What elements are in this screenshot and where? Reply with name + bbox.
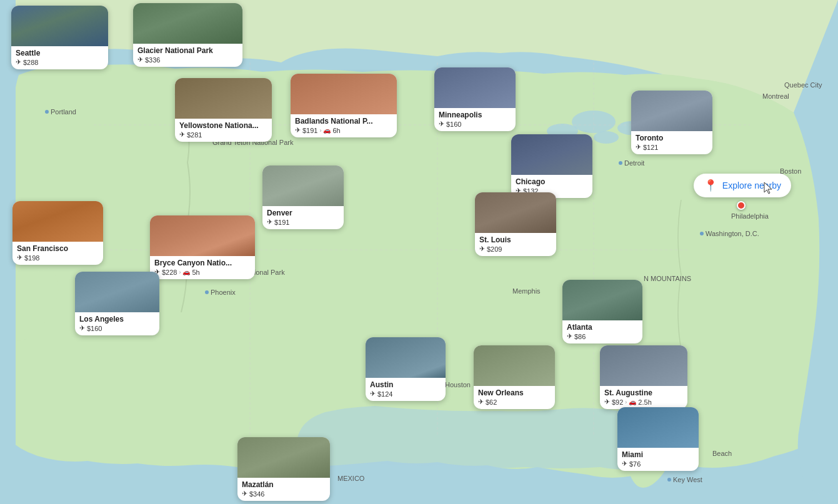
card-info: Glacier National Park ✈ $336 [133,44,242,67]
card-title: San Francisco [17,244,99,253]
dest-card-mazatlan[interactable]: Mazatlán ✈ $346 [237,437,330,501]
card-price: ✈ $76 [622,460,694,468]
card-info: Bryce Canyon Natio... ✈ $228 › 🚗 5h [150,256,255,279]
dest-card-atlanta[interactable]: Atlanta ✈ $86 [562,280,642,343]
card-info: Yellowstone Nationa... ✈ $281 [175,119,272,142]
card-info: St. Augustine ✈ $92 › 🚗 2.5h [600,386,687,409]
card-title: Los Angeles [79,315,155,324]
card-info: St. Louis ✈ $209 [475,233,556,256]
dest-card-denver[interactable]: Denver ✈ $191 [262,166,344,229]
dest-card-badlands[interactable]: Badlands National P... ✈ $191 › 🚗 6h [291,74,397,137]
location-dot [737,201,746,210]
card-image [262,166,344,206]
card-title: Austin [370,380,441,389]
card-image [475,192,556,233]
card-image [175,78,272,119]
dest-card-san_francisco[interactable]: San Francisco ✈ $198 [12,201,103,265]
card-title: Glacier National Park [137,46,238,55]
card-price: ✈ $288 [16,58,104,66]
card-price: ✈ $228 › 🚗 5h [154,268,251,276]
card-info: Austin ✈ $124 [366,378,446,401]
dest-card-st_louis[interactable]: St. Louis ✈ $209 [475,192,556,256]
card-price: ✈ $121 [636,143,708,151]
card-image [291,74,397,114]
card-title: Miami [622,450,694,459]
card-price: ✈ $346 [242,490,326,498]
pin-icon: 📍 [704,179,717,192]
card-info: Minneapolis ✈ $160 [434,108,516,131]
explore-nearby-label: Explore nearby [722,180,781,190]
card-image [11,6,108,46]
card-title: Minneapolis [439,111,511,119]
card-title: St. Augustine [604,388,683,397]
card-price: ✈ $191 › 🚗 6h [295,126,392,134]
card-info: Seattle ✈ $288 [11,46,108,69]
dest-card-los_angeles[interactable]: Los Angeles ✈ $160 [75,272,159,335]
map-background [0,0,838,504]
card-info: Los Angeles ✈ $160 [75,312,159,335]
card-price: ✈ $209 [479,245,552,253]
card-info: Miami ✈ $76 [617,448,699,471]
dest-card-austin[interactable]: Austin ✈ $124 [366,337,446,401]
dest-card-new_orleans[interactable]: New Orleans ✈ $62 [474,345,555,409]
card-price: ✈ $160 [439,120,511,128]
card-price: ✈ $160 [79,324,155,332]
dest-card-minneapolis[interactable]: Minneapolis ✈ $160 [434,67,516,131]
card-price: ✈ $92 › 🚗 2.5h [604,398,683,406]
card-price: ✈ $86 [567,332,638,340]
card-image [474,345,555,386]
card-title: Chicago [516,177,588,186]
card-info: San Francisco ✈ $198 [12,242,103,265]
card-info: Toronto ✈ $121 [631,131,712,154]
card-info: Atlanta ✈ $86 [562,320,642,343]
card-image [434,67,516,108]
card-image [511,134,592,175]
card-info: Denver ✈ $191 [262,206,344,229]
card-price: ✈ $191 [267,218,339,226]
card-title: Seattle [16,49,104,57]
card-info: New Orleans ✈ $62 [474,386,555,409]
card-price: ✈ $281 [179,131,267,139]
card-price: ✈ $336 [137,56,238,64]
card-title: Badlands National P... [295,117,392,126]
card-image [600,345,687,386]
card-image [562,280,642,320]
card-image [75,272,159,312]
explore-nearby-button[interactable]: 📍 Explore nearby [694,174,791,197]
card-title: Denver [267,209,339,217]
card-info: Mazatlán ✈ $346 [237,478,330,501]
dest-card-bryce[interactable]: Bryce Canyon Natio... ✈ $228 › 🚗 5h [150,215,255,279]
map-container[interactable]: PortlandAspenLas VegasGrand Canyon Natio… [0,0,838,504]
dest-card-yellowstone[interactable]: Yellowstone Nationa... ✈ $281 [175,78,272,142]
card-image [237,437,330,478]
card-title: Toronto [636,134,708,142]
card-image [617,407,699,448]
card-image [366,337,446,378]
dest-card-chicago[interactable]: Chicago ✈ $132 [511,134,592,198]
card-price: ✈ $198 [17,254,99,262]
dest-card-miami[interactable]: Miami ✈ $76 [617,407,699,471]
card-info: Badlands National P... ✈ $191 › 🚗 6h [291,114,397,137]
dest-card-seattle[interactable]: Seattle ✈ $288 [11,6,108,69]
dest-card-st_augustine[interactable]: St. Augustine ✈ $92 › 🚗 2.5h [600,345,687,409]
card-title: New Orleans [478,388,551,397]
card-title: Bryce Canyon Natio... [154,259,251,267]
card-title: Yellowstone Nationa... [179,121,267,130]
card-title: Atlanta [567,323,638,332]
card-image [12,201,103,242]
card-image [150,215,255,256]
card-image [133,3,242,44]
card-image [631,91,712,131]
dest-card-glacier[interactable]: Glacier National Park ✈ $336 [133,3,242,67]
dest-card-toronto[interactable]: Toronto ✈ $121 [631,91,712,154]
card-price: ✈ $62 [478,398,551,406]
card-title: St. Louis [479,235,552,244]
card-title: Mazatlán [242,480,326,489]
card-price: ✈ $124 [370,390,441,398]
